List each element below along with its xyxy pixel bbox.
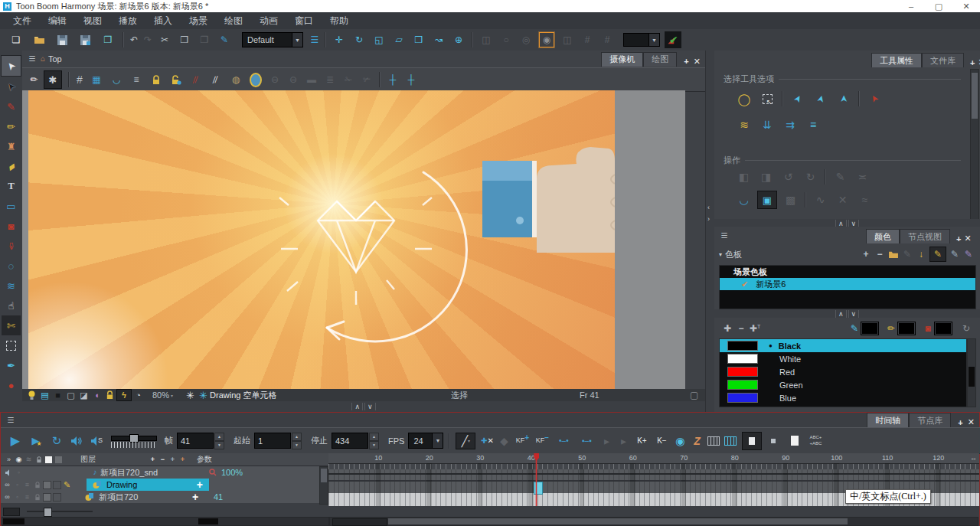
spin-down-icon[interactable]: ▼ xyxy=(214,441,224,449)
swap-colors-button[interactable]: ↻ xyxy=(959,322,973,335)
layers-scrollbar[interactable] xyxy=(319,466,328,505)
shift-exposure-button[interactable] xyxy=(722,433,739,449)
current-drawing-cell[interactable] xyxy=(534,482,543,495)
add-view-button[interactable]: + xyxy=(956,418,965,427)
contour-editor-tool[interactable]: ✒ xyxy=(2,355,21,375)
close-button[interactable]: ✕ xyxy=(952,2,980,11)
volume-param[interactable]: 100% xyxy=(221,468,243,477)
menu-animation[interactable]: 动画 xyxy=(251,15,286,28)
lock-button[interactable] xyxy=(149,73,163,87)
lock-status-button[interactable] xyxy=(103,390,116,401)
tab-color[interactable]: 颜色 xyxy=(866,229,900,243)
smooth-button[interactable]: ∿ xyxy=(809,190,831,210)
redo-button[interactable]: ↷ xyxy=(141,33,155,47)
transform-tool[interactable]: ➤ xyxy=(2,77,21,96)
settings-gear-icon[interactable]: ✳ xyxy=(184,390,197,401)
add-drawing-layer-button[interactable]: + xyxy=(168,455,178,464)
scrollbar-thumb[interactable] xyxy=(972,73,978,119)
scrollbar-thumb[interactable] xyxy=(969,367,975,387)
menu-drawing[interactable]: 绘图 xyxy=(216,15,251,28)
add-sublayer-button[interactable]: + xyxy=(197,479,203,491)
remove-strokes-button[interactable]: ✕ xyxy=(831,190,854,210)
drawing-param[interactable]: 41 xyxy=(214,492,223,501)
send-down-button[interactable]: ⇊ xyxy=(756,115,779,135)
grid-button[interactable]: # xyxy=(73,73,87,87)
transform-tool-icon[interactable]: ❒ xyxy=(412,33,426,47)
add-view-button[interactable]: + xyxy=(681,57,691,66)
remove-keyframe-button[interactable]: KF− xyxy=(532,433,552,449)
lock-all-icon[interactable] xyxy=(34,455,44,464)
selected-node-icon[interactable]: ◉ xyxy=(539,32,554,47)
cut-prev-button[interactable]: ✁ xyxy=(341,73,355,87)
edit-palette-button[interactable]: ✎ xyxy=(900,247,914,261)
menu-scene[interactable]: 场景 xyxy=(181,15,216,28)
frames-hscrollbar[interactable] xyxy=(329,517,978,526)
rectangle-tool[interactable]: ▭ xyxy=(2,196,21,216)
motion-keyframe-button[interactable]: •–• xyxy=(552,433,575,449)
camera-canvas[interactable]: ◉ ◆L ◈ xyxy=(22,90,685,389)
onion-toggle[interactable] xyxy=(52,492,62,501)
add-palette-button[interactable]: + xyxy=(859,247,873,261)
palette-brush-all-button[interactable]: ✎ xyxy=(962,247,975,261)
stop-spinbox[interactable]: 434 xyxy=(332,433,368,449)
collapse-up-icon[interactable]: ∧ xyxy=(835,310,847,318)
ease-type-button[interactable]: ╱▾ xyxy=(456,433,475,449)
solo-toggle[interactable]: ◦ xyxy=(14,468,24,477)
scale-tool-icon[interactable]: ◱ xyxy=(372,33,386,47)
menu-view[interactable]: 视图 xyxy=(75,15,110,28)
add-view-button[interactable]: + xyxy=(969,58,976,67)
rotate-ccw-button[interactable]: ↺ xyxy=(777,167,799,187)
group-button[interactable]: ▩ xyxy=(779,190,802,210)
safe-area-toggle[interactable]: ◪ xyxy=(77,390,90,401)
lamp-toggle[interactable]: ◖ xyxy=(90,390,103,401)
frame-ruler[interactable]: ↔ 102030405060708090100110120 xyxy=(328,453,979,463)
new-scene-button[interactable]: ❏ xyxy=(9,33,23,47)
export-image-button[interactable]: ❐ xyxy=(101,33,115,47)
fps-dropdown[interactable]: 24 ▼ xyxy=(408,433,443,449)
layer-type-icon[interactable]: ≋ xyxy=(24,455,34,464)
select-all-layers-button[interactable]: ➤ xyxy=(832,89,855,109)
small-cell-toggle[interactable] xyxy=(765,433,782,449)
scrollbar-thumb[interactable] xyxy=(3,518,24,524)
solo-mode-icon[interactable]: ◉ xyxy=(14,455,24,464)
flip-vertical-button[interactable]: ◨ xyxy=(755,167,777,187)
color-swatch-toggle[interactable] xyxy=(42,492,52,501)
ruler-pan-icon[interactable]: ↔ xyxy=(970,454,977,462)
link-palette-button[interactable] xyxy=(887,247,900,261)
stop-spin-arrows[interactable]: ▲▼ xyxy=(369,433,379,449)
edit-gradient-tool[interactable]: ◌ xyxy=(2,256,21,276)
align-button[interactable]: ≍ xyxy=(851,167,874,187)
marquee-tool[interactable] xyxy=(2,335,21,355)
spin-down-icon[interactable]: ▼ xyxy=(292,441,302,449)
reset-view-button[interactable]: ◔ xyxy=(132,390,145,401)
color-row-blue[interactable]: Blue xyxy=(720,391,966,404)
cut-next-button[interactable]: ✃ xyxy=(360,73,374,87)
import-palette-button[interactable]: ↓ xyxy=(914,247,928,261)
close-view-button[interactable]: ✕ xyxy=(691,57,705,67)
brush-tool[interactable]: ✎ xyxy=(2,96,21,116)
remove-layer-button[interactable]: − xyxy=(158,455,168,464)
tab-timeline[interactable]: 时间轴 xyxy=(867,413,909,427)
spin-down-icon[interactable]: ▼ xyxy=(369,441,379,449)
splitter-arrows[interactable]: ∧∨ xyxy=(351,403,376,410)
splitter-arrows[interactable]: ∧∨ xyxy=(835,310,860,318)
play-selection-button[interactable]: ▶★ xyxy=(28,433,45,449)
reduce-exposure-button[interactable]: K− xyxy=(652,433,671,449)
loop-button[interactable]: ↻ xyxy=(48,433,65,449)
eraser-tool[interactable]: ▰ xyxy=(2,156,21,176)
palette-row-selected[interactable]: ✔ 新场景6 xyxy=(720,278,975,290)
ease-editor-button[interactable]: Z xyxy=(688,433,705,449)
node-icon[interactable]: ○ xyxy=(499,33,513,47)
add-peg-button[interactable]: + xyxy=(178,455,188,464)
color-row-black[interactable]: ● Black xyxy=(720,339,966,352)
skew-tool-icon[interactable]: ▱ xyxy=(392,33,406,47)
start-spin-arrows[interactable]: ▲▼ xyxy=(292,433,302,449)
color-list-scrollbar[interactable] xyxy=(967,338,976,407)
color-row-red[interactable]: Red xyxy=(720,365,966,378)
menu-window[interactable]: 窗口 xyxy=(286,15,322,28)
play-button[interactable]: ▶ xyxy=(7,433,24,449)
copy-icon[interactable]: ❒ xyxy=(178,33,191,47)
frame-zoom-handle[interactable] xyxy=(332,518,387,526)
reshape-tool-icon[interactable]: ↝ xyxy=(432,33,446,47)
collapse-down-icon[interactable]: ∨ xyxy=(364,403,376,410)
